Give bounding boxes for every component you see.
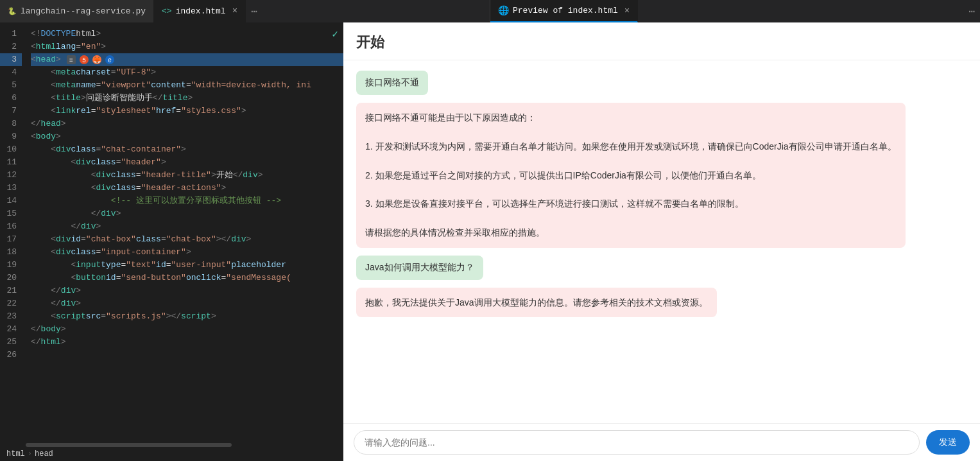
code-line-16: </div>: [31, 220, 343, 233]
line-numbers: 1 2 3 4 5 6 7 8 9 10 11 12 13 14 15 16 1: [0, 22, 26, 443]
editor-pane: ✓ 1 2 3 4 5 6 7 8 9 10 11 12 13 14: [0, 22, 343, 461]
python-icon: 🐍: [8, 7, 17, 15]
code-line-3: <head> ≡ 5 🦊 e: [31, 53, 343, 66]
tab-bar: 🐍 langchain--rag-service.py <> index.htm…: [0, 0, 980, 22]
code-line-19: <input type="text" id="user-input" place…: [31, 259, 343, 272]
html-tab[interactable]: <> index.html ×: [154, 0, 246, 22]
preview-globe-icon: 🌐: [498, 5, 509, 16]
editor-body: 1 2 3 4 5 6 7 8 9 10 11 12 13 14 15 16 1: [0, 22, 343, 443]
code-line-4: <meta charset="UTF-8">: [31, 66, 343, 79]
right-tab-group: 🌐 Preview of index.html × ⋯: [490, 0, 980, 22]
code-line-21: </div>: [31, 284, 343, 297]
ai-message-2: 抱歉，我无法提供关于Java调用大模型能力的信息。请您参考相关的技术文档或资源。: [356, 288, 717, 317]
chat-title: 开始: [356, 34, 384, 50]
code-line-11: <div class="header">: [31, 156, 343, 169]
code-line-14: <!-- 这里可以放置分享图标或其他按钮 -->: [31, 195, 343, 207]
preview-tab[interactable]: 🌐 Preview of index.html ×: [490, 0, 638, 22]
code-content[interactable]: <!DOCTYPE html> <html lang="en"> <head> …: [26, 22, 343, 443]
send-button[interactable]: 发送: [926, 430, 970, 455]
line3-icon-3[interactable]: 🦊: [92, 55, 102, 65]
chat-header: 开始: [343, 22, 980, 60]
code-line-5: <meta name="viewport" content="width=dev…: [31, 79, 343, 92]
code-line-18: <div class="input-container">: [31, 246, 343, 259]
code-line-26: [31, 349, 343, 361]
ai-message-2-text: 抱歉，我无法提供关于Java调用大模型能力的信息。请您参考相关的技术文档或资源。: [365, 297, 708, 308]
main-content: ✓ 1 2 3 4 5 6 7 8 9 10 11 12 13 14: [0, 22, 980, 461]
code-line-23: <script src="scripts.js"></script>: [31, 310, 343, 323]
svg-text:5: 5: [82, 57, 86, 64]
line3-icon-4[interactable]: e: [105, 55, 115, 65]
chat-input[interactable]: [354, 430, 920, 455]
line3-icon-1[interactable]: ≡: [66, 55, 76, 65]
svg-text:e: e: [108, 57, 112, 64]
left-tab-overflow[interactable]: ⋯: [246, 0, 262, 22]
preview-tab-label: Preview of index.html: [513, 6, 618, 15]
right-tab-overflow[interactable]: ⋯: [963, 0, 980, 22]
code-line-8: </head>: [31, 117, 343, 130]
user-message-1-text: 接口网络不通: [365, 77, 419, 87]
code-line-24: </body>: [31, 323, 343, 336]
chat-input-area: 发送: [343, 423, 980, 461]
code-line-7: <link rel="stylesheet" href="styles.css"…: [31, 105, 343, 117]
code-line-10: <div class="chat-container">: [31, 143, 343, 156]
breadcrumb-html[interactable]: html: [6, 449, 25, 458]
code-line-15: </div>: [31, 207, 343, 220]
python-tab[interactable]: 🐍 langchain--rag-service.py: [0, 0, 154, 22]
preview-tab-close[interactable]: ×: [624, 6, 630, 16]
line3-action-icons: ≡ 5 🦊 e: [66, 55, 115, 65]
ai-message-1: 接口网络不通可能是由于以下原因造成的：1. 开发和测试环境为内网，需要开通白名单…: [356, 103, 906, 248]
code-line-25: </html>: [31, 336, 343, 349]
checkmark-icon: ✓: [332, 28, 338, 40]
code-line-2: <html lang="en">: [31, 40, 343, 53]
code-line-20: <button id="send-button" onclick="sendMe…: [31, 272, 343, 284]
editor-scrollbar-thumb: [26, 443, 232, 447]
preview-pane: 开始 接口网络不通 接口网络不通可能是由于以下原因造成的：1. 开发和测试环境为…: [343, 22, 980, 461]
chat-messages[interactable]: 接口网络不通 接口网络不通可能是由于以下原因造成的：1. 开发和测试环境为内网，…: [343, 60, 980, 423]
code-line-22: </div>: [31, 297, 343, 310]
user-message-1: 接口网络不通: [356, 71, 428, 95]
line3-icon-2[interactable]: 5: [79, 55, 89, 65]
ai-message-1-text: 接口网络不通可能是由于以下原因造成的：1. 开发和测试环境为内网，需要开通白名单…: [365, 112, 897, 238]
editor-horizontal-scrollbar[interactable]: [0, 443, 343, 447]
chat-app: 开始 接口网络不通 接口网络不通可能是由于以下原因造成的：1. 开发和测试环境为…: [343, 22, 980, 461]
breadcrumb-head[interactable]: head: [35, 449, 53, 458]
code-line-1: <!DOCTYPE html>: [31, 28, 343, 40]
svg-text:≡: ≡: [69, 57, 73, 64]
python-tab-label: langchain--rag-service.py: [21, 6, 146, 16]
code-line-9: <body>: [31, 130, 343, 143]
html-tab-close[interactable]: ×: [232, 6, 237, 16]
code-line-6: <title>问题诊断智能助手</title>: [31, 92, 343, 105]
left-tab-group: 🐍 langchain--rag-service.py <> index.htm…: [0, 0, 490, 22]
code-line-17: <div id="chat-box" class="chat-box"></di…: [31, 233, 343, 246]
user-message-2: Java如何调用大模型能力？: [356, 256, 483, 280]
code-line-13: <div class="header-actions">: [31, 182, 343, 195]
breadcrumb: html › head: [0, 447, 343, 461]
html-tab-label: index.html: [176, 6, 226, 16]
svg-text:🦊: 🦊: [93, 56, 101, 64]
code-line-12: <div class="header-title">开始</div>: [31, 169, 343, 182]
editor-area: ✓ 1 2 3 4 5 6 7 8 9 10 11 12 13 14: [0, 22, 343, 447]
html-icon: <>: [162, 6, 172, 16]
breadcrumb-separator: ›: [28, 449, 32, 458]
user-message-2-text: Java如何调用大模型能力？: [365, 262, 474, 272]
